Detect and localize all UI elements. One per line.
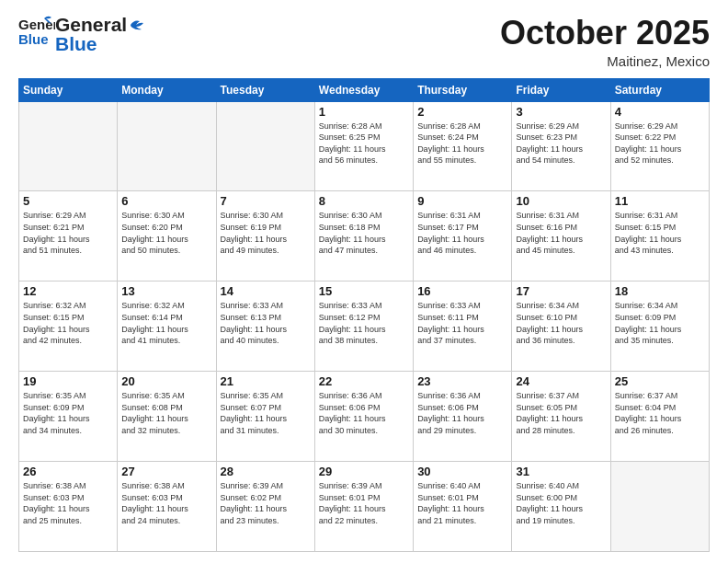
day-info: Sunrise: 6:37 AM Sunset: 6:05 PM Dayligh… [516, 390, 606, 436]
dow-friday: Friday [512, 78, 610, 101]
day-number: 5 [23, 194, 113, 208]
dow-saturday: Saturday [610, 78, 709, 101]
day-number: 28 [221, 465, 311, 478]
day-info: Sunrise: 6:40 AM Sunset: 6:00 PM Dayligh… [516, 480, 606, 526]
day-cell: 8Sunrise: 6:30 AM Sunset: 6:18 PM Daylig… [314, 191, 413, 282]
week-row-5: 26Sunrise: 6:38 AM Sunset: 6:03 PM Dayli… [19, 462, 710, 552]
day-number: 15 [319, 284, 409, 298]
day-number: 11 [615, 194, 705, 208]
day-cell [216, 101, 314, 191]
day-number: 7 [221, 194, 311, 208]
day-number: 3 [516, 105, 606, 119]
day-cell: 21Sunrise: 6:35 AM Sunset: 6:07 PM Dayli… [216, 372, 314, 462]
day-cell: 10Sunrise: 6:31 AM Sunset: 6:16 PM Dayli… [512, 191, 610, 282]
month-title: October 2025 [500, 15, 710, 52]
day-cell: 15Sunrise: 6:33 AM Sunset: 6:12 PM Dayli… [314, 282, 413, 372]
day-number: 29 [319, 465, 409, 478]
day-cell: 1Sunrise: 6:28 AM Sunset: 6:25 PM Daylig… [314, 101, 413, 191]
day-info: Sunrise: 6:32 AM Sunset: 6:14 PM Dayligh… [121, 300, 211, 346]
day-info: Sunrise: 6:30 AM Sunset: 6:18 PM Dayligh… [319, 210, 409, 256]
day-number: 6 [121, 194, 211, 208]
svg-text:General: General [18, 17, 55, 32]
day-info: Sunrise: 6:30 AM Sunset: 6:20 PM Dayligh… [121, 210, 211, 256]
day-info: Sunrise: 6:28 AM Sunset: 6:24 PM Dayligh… [417, 121, 507, 167]
day-cell [118, 101, 216, 191]
day-info: Sunrise: 6:35 AM Sunset: 6:09 PM Dayligh… [23, 390, 113, 436]
day-cell: 17Sunrise: 6:34 AM Sunset: 6:10 PM Dayli… [512, 282, 610, 372]
day-number: 24 [516, 374, 606, 388]
day-number: 12 [23, 284, 113, 298]
day-number: 21 [221, 374, 311, 388]
day-number: 4 [615, 105, 705, 119]
logo-general: General [55, 15, 127, 34]
day-info: Sunrise: 6:31 AM Sunset: 6:17 PM Dayligh… [417, 210, 507, 256]
day-info: Sunrise: 6:39 AM Sunset: 6:02 PM Dayligh… [221, 480, 311, 526]
day-number: 19 [23, 374, 113, 388]
day-cell: 26Sunrise: 6:38 AM Sunset: 6:03 PM Dayli… [19, 462, 118, 552]
day-info: Sunrise: 6:38 AM Sunset: 6:03 PM Dayligh… [121, 480, 211, 526]
day-info: Sunrise: 6:34 AM Sunset: 6:09 PM Dayligh… [615, 300, 705, 346]
day-number: 31 [516, 465, 606, 478]
day-number: 9 [417, 194, 507, 208]
day-cell: 4Sunrise: 6:29 AM Sunset: 6:22 PM Daylig… [610, 101, 709, 191]
dow-sunday: Sunday [19, 78, 118, 101]
day-number: 23 [417, 374, 507, 388]
day-info: Sunrise: 6:37 AM Sunset: 6:04 PM Dayligh… [615, 390, 705, 436]
dow-tuesday: Tuesday [216, 78, 314, 101]
day-cell: 9Sunrise: 6:31 AM Sunset: 6:17 PM Daylig… [414, 191, 512, 282]
day-info: Sunrise: 6:38 AM Sunset: 6:03 PM Dayligh… [23, 480, 113, 526]
day-number: 27 [121, 465, 211, 478]
day-info: Sunrise: 6:33 AM Sunset: 6:12 PM Dayligh… [319, 300, 409, 346]
day-info: Sunrise: 6:32 AM Sunset: 6:15 PM Dayligh… [23, 300, 113, 346]
title-area: October 2025 Maitinez, Mexico [500, 15, 710, 69]
day-cell: 11Sunrise: 6:31 AM Sunset: 6:15 PM Dayli… [610, 191, 709, 282]
calendar-body: 1Sunrise: 6:28 AM Sunset: 6:25 PM Daylig… [19, 101, 710, 551]
day-number: 30 [417, 465, 507, 478]
day-cell: 27Sunrise: 6:38 AM Sunset: 6:03 PM Dayli… [118, 462, 216, 552]
day-info: Sunrise: 6:31 AM Sunset: 6:16 PM Dayligh… [516, 210, 606, 256]
day-cell [19, 101, 118, 191]
day-cell [610, 462, 709, 552]
day-info: Sunrise: 6:35 AM Sunset: 6:08 PM Dayligh… [121, 390, 211, 436]
day-number: 1 [319, 105, 409, 119]
day-cell: 18Sunrise: 6:34 AM Sunset: 6:09 PM Dayli… [610, 282, 709, 372]
week-row-3: 12Sunrise: 6:32 AM Sunset: 6:15 PM Dayli… [19, 282, 710, 372]
day-info: Sunrise: 6:31 AM Sunset: 6:15 PM Dayligh… [615, 210, 705, 256]
day-cell: 29Sunrise: 6:39 AM Sunset: 6:01 PM Dayli… [314, 462, 413, 552]
day-info: Sunrise: 6:29 AM Sunset: 6:23 PM Dayligh… [516, 121, 606, 167]
day-number: 25 [615, 374, 705, 388]
dow-monday: Monday [118, 78, 216, 101]
day-cell: 5Sunrise: 6:29 AM Sunset: 6:21 PM Daylig… [19, 191, 118, 282]
day-info: Sunrise: 6:40 AM Sunset: 6:01 PM Dayligh… [417, 480, 507, 526]
day-info: Sunrise: 6:39 AM Sunset: 6:01 PM Dayligh… [319, 480, 409, 526]
day-cell: 6Sunrise: 6:30 AM Sunset: 6:20 PM Daylig… [118, 191, 216, 282]
logo-text-block: General Blue [55, 15, 147, 53]
day-cell: 23Sunrise: 6:36 AM Sunset: 6:06 PM Dayli… [414, 372, 512, 462]
day-cell: 22Sunrise: 6:36 AM Sunset: 6:06 PM Dayli… [314, 372, 413, 462]
day-number: 13 [121, 284, 211, 298]
day-number: 2 [417, 105, 507, 119]
day-info: Sunrise: 6:30 AM Sunset: 6:19 PM Dayligh… [221, 210, 311, 256]
day-info: Sunrise: 6:35 AM Sunset: 6:07 PM Dayligh… [221, 390, 311, 436]
calendar-page: General Blue General Blue October 2025 M… [0, 0, 728, 563]
day-number: 10 [516, 194, 606, 208]
day-cell: 7Sunrise: 6:30 AM Sunset: 6:19 PM Daylig… [216, 191, 314, 282]
day-cell: 16Sunrise: 6:33 AM Sunset: 6:11 PM Dayli… [414, 282, 512, 372]
day-number: 20 [121, 374, 211, 388]
day-info: Sunrise: 6:29 AM Sunset: 6:21 PM Dayligh… [23, 210, 113, 256]
header: General Blue General Blue October 2025 M… [18, 15, 710, 69]
day-cell: 31Sunrise: 6:40 AM Sunset: 6:00 PM Dayli… [512, 462, 610, 552]
day-info: Sunrise: 6:28 AM Sunset: 6:25 PM Dayligh… [319, 121, 409, 167]
week-row-2: 5Sunrise: 6:29 AM Sunset: 6:21 PM Daylig… [19, 191, 710, 282]
day-cell: 28Sunrise: 6:39 AM Sunset: 6:02 PM Dayli… [216, 462, 314, 552]
day-cell: 13Sunrise: 6:32 AM Sunset: 6:14 PM Dayli… [118, 282, 216, 372]
dow-thursday: Thursday [414, 78, 512, 101]
day-number: 22 [319, 374, 409, 388]
day-cell: 30Sunrise: 6:40 AM Sunset: 6:01 PM Dayli… [414, 462, 512, 552]
week-row-4: 19Sunrise: 6:35 AM Sunset: 6:09 PM Dayli… [19, 372, 710, 462]
logo-icon: General Blue [18, 15, 55, 48]
week-row-1: 1Sunrise: 6:28 AM Sunset: 6:25 PM Daylig… [19, 101, 710, 191]
days-of-week-header: SundayMondayTuesdayWednesdayThursdayFrid… [19, 78, 710, 101]
day-cell: 24Sunrise: 6:37 AM Sunset: 6:05 PM Dayli… [512, 372, 610, 462]
day-cell: 2Sunrise: 6:28 AM Sunset: 6:24 PM Daylig… [414, 101, 512, 191]
